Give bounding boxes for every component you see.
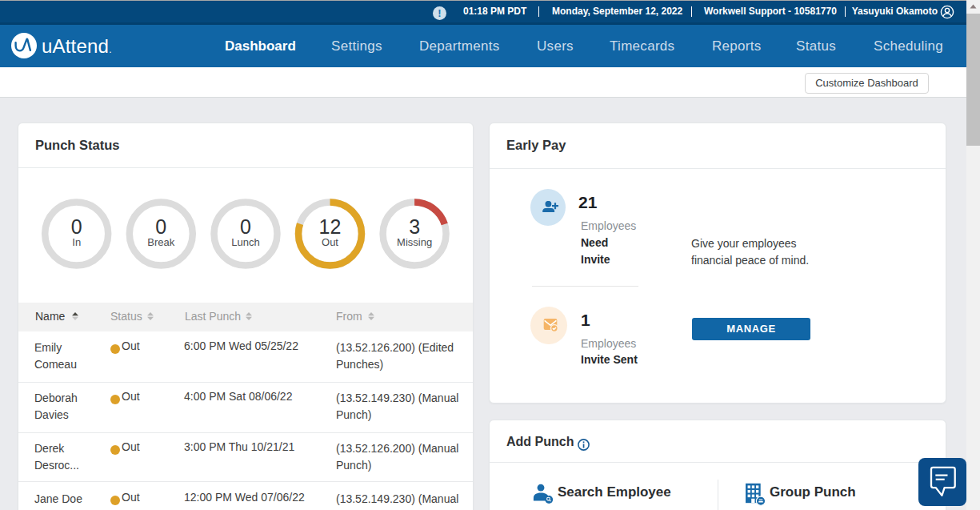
svg-text:Break: Break: [147, 236, 174, 248]
svg-text:Out: Out: [322, 236, 338, 248]
svg-text:Missing: Missing: [397, 236, 432, 248]
svg-text:0: 0: [71, 215, 82, 238]
svg-text:Lunch: Lunch: [231, 236, 259, 248]
svg-text:12: 12: [319, 215, 342, 238]
svg-text:3: 3: [409, 215, 420, 238]
svg-text:0: 0: [155, 215, 166, 238]
svg-text:In: In: [72, 236, 81, 248]
svg-text:0: 0: [240, 215, 251, 238]
